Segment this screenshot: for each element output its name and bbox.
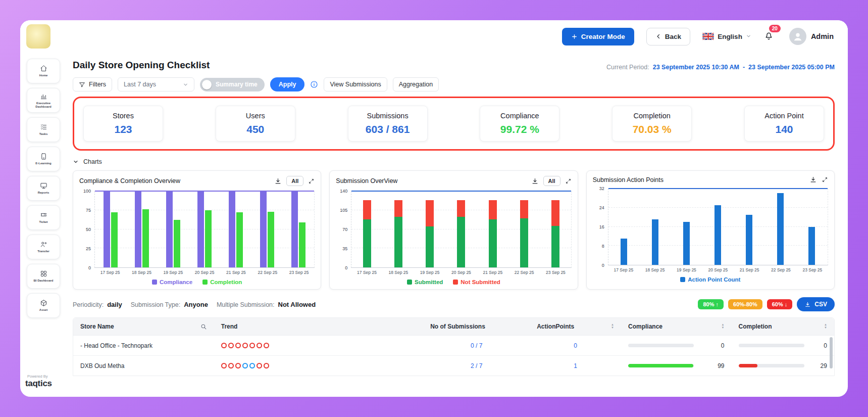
x-tick-label: 18 Sep 25: [132, 270, 151, 275]
sidebar-item-label: Reports: [38, 191, 49, 195]
x-tick-label: 19 Sep 25: [677, 267, 696, 272]
sort-icon[interactable]: ▲▼: [824, 323, 827, 329]
stat-label: Completion: [615, 112, 689, 120]
back-button[interactable]: Back: [646, 28, 690, 45]
sidebar-item-tasks[interactable]: Tasks: [27, 117, 60, 142]
column-action-points[interactable]: ActionPoints▲▼: [530, 323, 621, 330]
bar-group: [363, 191, 371, 267]
topbar-actions: Creator Mode Back English: [562, 28, 834, 45]
chart-card-submission-overview: Submission OverView All 0357010514017 Se…: [329, 170, 578, 290]
column-compliance[interactable]: Compliance▲▼: [621, 323, 732, 330]
summary-time-toggle[interactable]: Summary time: [200, 78, 265, 91]
x-tick-label: 23 Sep 25: [802, 267, 822, 272]
sort-icon[interactable]: ▲▼: [722, 323, 725, 329]
x-tick-label: 17 Sep 25: [357, 270, 377, 275]
bar-action-point-count: [777, 193, 784, 265]
trend-dot: [221, 363, 227, 368]
column-trend: Trend: [214, 323, 423, 330]
bar-group: [229, 191, 243, 267]
aggregation-button[interactable]: Aggregation: [393, 77, 439, 91]
stat-card-compliance: Compliance99.72 %: [480, 106, 559, 142]
download-icon[interactable]: [809, 176, 817, 183]
column-completion[interactable]: Completion▲▼: [732, 323, 834, 330]
column-label: Trend: [221, 323, 238, 330]
avatar: [789, 28, 806, 45]
info-icon[interactable]: [310, 80, 318, 88]
charts-collapse-toggle[interactable]: Charts: [73, 158, 835, 165]
expand-icon[interactable]: [308, 178, 315, 184]
apply-button[interactable]: Apply: [270, 77, 305, 91]
chart-all-button[interactable]: All: [286, 176, 303, 186]
sidebar-item-ticket[interactable]: Ticket: [27, 205, 60, 230]
charts-section-label: Charts: [83, 158, 102, 165]
date-range-select[interactable]: Last 7 days: [118, 77, 194, 91]
download-icon[interactable]: [274, 177, 282, 185]
bar-completion: [299, 222, 305, 267]
stat-value: 140: [747, 123, 822, 135]
download-icon[interactable]: [531, 177, 539, 185]
bar-not-submitted: [426, 200, 434, 226]
bar-completion: [268, 212, 274, 267]
sidebar-item-executive-dashboard[interactable]: Executive Dashboard: [27, 88, 60, 113]
filter-funnel-icon: [79, 81, 85, 88]
bar-completion: [111, 212, 118, 267]
action-points-count[interactable]: 1: [530, 362, 621, 369]
stat-card-action-point: Action Point140: [744, 106, 824, 142]
plot-area: [351, 191, 571, 268]
chevron-down-icon: [73, 159, 79, 165]
compliance-progress-track: [628, 344, 694, 347]
legend-swatch: [680, 277, 685, 282]
submissions-count[interactable]: 0 / 7: [423, 342, 530, 349]
legend-swatch: [453, 280, 458, 285]
language-selector[interactable]: English: [702, 33, 751, 40]
uk-flag-icon: [702, 33, 714, 40]
x-tick-label: 20 Sep 25: [451, 270, 471, 275]
bar-action-point-count: [746, 215, 752, 265]
sidebar-item-bi-dashboard[interactable]: BI Dashboard: [27, 264, 60, 289]
x-tick-label: 19 Sep 25: [420, 270, 440, 275]
creator-mode-button[interactable]: Creator Mode: [562, 28, 634, 45]
sidebar-item-home[interactable]: Home: [27, 59, 60, 83]
chart-title: Submission Action Points: [593, 176, 663, 183]
y-tick-label: 50: [86, 227, 91, 232]
bar-completion: [205, 210, 212, 267]
bar-group: [104, 191, 118, 267]
action-points-count[interactable]: 0: [530, 342, 621, 349]
expand-icon[interactable]: [822, 176, 828, 183]
sidebar-item-e-learning[interactable]: E-Learning: [27, 147, 60, 171]
chart-all-button[interactable]: All: [543, 176, 560, 186]
period-end: 23 September 2025 05:00 PM: [748, 64, 835, 71]
csv-export-button[interactable]: CSV: [797, 297, 835, 311]
search-icon[interactable]: [200, 323, 207, 330]
sidebar-item-transfer[interactable]: Transfer: [27, 235, 60, 259]
topbar: Creator Mode Back English: [20, 20, 848, 53]
threshold-badge: 60% ↓: [767, 299, 793, 309]
stat-card-stores: Stores123: [83, 106, 163, 142]
multiple-submission-value: Not Allowed: [278, 301, 316, 308]
bar-submitted: [520, 218, 528, 267]
table-row[interactable]: - Head Office - Technopark0 / 7000: [73, 335, 834, 355]
y-tick-label: 0: [345, 265, 347, 270]
y-tick-label: 32: [599, 186, 604, 191]
expand-icon[interactable]: [565, 178, 572, 184]
bar-group: [683, 189, 690, 265]
user-menu[interactable]: Admin: [789, 28, 834, 45]
home-icon: [40, 65, 47, 72]
sort-icon[interactable]: ▲▼: [611, 323, 614, 329]
notification-bell[interactable]: 20: [763, 30, 774, 43]
submissions-count[interactable]: 2 / 7: [423, 362, 530, 369]
trend-dot: [264, 343, 269, 348]
view-submissions-button[interactable]: View Submissions: [324, 77, 387, 91]
bar-compliance: [135, 191, 141, 267]
table-scrollbar[interactable]: [830, 337, 833, 368]
bar-group: [746, 189, 752, 265]
table-row[interactable]: DXB Oud Metha2 / 719929: [73, 355, 834, 376]
transfer-icon: [40, 241, 47, 248]
sidebar-item-asset[interactable]: Asset: [27, 293, 60, 318]
trend-dot: [249, 363, 255, 368]
column-submissions: No of Submissions: [423, 323, 530, 330]
period-start: 23 September 2025 10:30 AM: [653, 64, 739, 71]
chart-title: Compliance & Completion Overview: [79, 177, 180, 184]
filters-button[interactable]: Filters: [73, 77, 112, 91]
sidebar-item-reports[interactable]: Reports: [27, 176, 60, 201]
